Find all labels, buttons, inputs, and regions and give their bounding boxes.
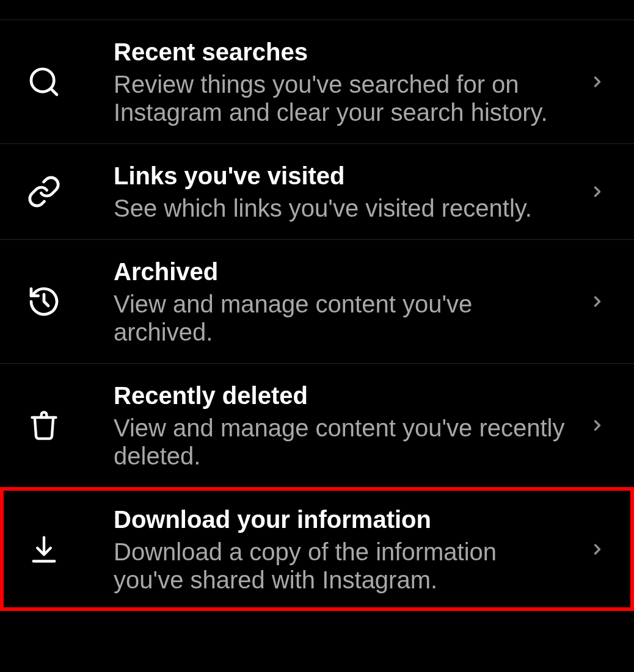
list-item-title: Links you've visited bbox=[114, 161, 573, 190]
list-item-text: Archived View and manage content you've … bbox=[114, 257, 585, 346]
settings-list: Recent searches Review things you've sea… bbox=[0, 0, 634, 611]
chevron-right-icon bbox=[585, 417, 610, 434]
chevron-right-icon bbox=[585, 541, 610, 558]
list-item-subtitle: View and manage content you've archived. bbox=[114, 290, 573, 346]
list-item-title: Recently deleted bbox=[114, 381, 573, 410]
svg-line-1 bbox=[51, 89, 57, 95]
list-item-text: Download your information Download a cop… bbox=[114, 505, 585, 594]
search-icon bbox=[24, 62, 64, 101]
list-item-download-info[interactable]: Download your information Download a cop… bbox=[0, 487, 634, 611]
link-icon bbox=[24, 172, 64, 211]
list-item-subtitle: Download a copy of the information you'v… bbox=[114, 538, 573, 594]
list-item-text: Recently deleted View and manage content… bbox=[114, 381, 585, 470]
list-item-recently-deleted[interactable]: Recently deleted View and manage content… bbox=[0, 363, 634, 487]
list-item-links-visited[interactable]: Links you've visited See which links you… bbox=[0, 143, 634, 239]
history-icon bbox=[24, 282, 64, 321]
list-item-subtitle: Review things you've searched for on Ins… bbox=[114, 70, 573, 126]
list-item-title: Archived bbox=[114, 257, 573, 286]
list-item-subtitle: View and manage content you've recently … bbox=[114, 414, 573, 470]
download-icon bbox=[24, 530, 64, 569]
chevron-right-icon bbox=[585, 293, 610, 310]
list-item-title: Recent searches bbox=[114, 37, 573, 67]
chevron-right-icon bbox=[585, 183, 610, 200]
list-item-subtitle: See which links you've visited recently. bbox=[114, 194, 573, 222]
list-item-recent-searches[interactable]: Recent searches Review things you've sea… bbox=[0, 20, 634, 143]
list-item-text: Links you've visited See which links you… bbox=[114, 161, 585, 222]
list-item-text: Recent searches Review things you've sea… bbox=[114, 37, 585, 126]
list-item-archived[interactable]: Archived View and manage content you've … bbox=[0, 239, 634, 363]
chevron-right-icon bbox=[585, 73, 610, 90]
list-item-title: Download your information bbox=[114, 505, 573, 534]
trash-icon bbox=[24, 406, 64, 445]
